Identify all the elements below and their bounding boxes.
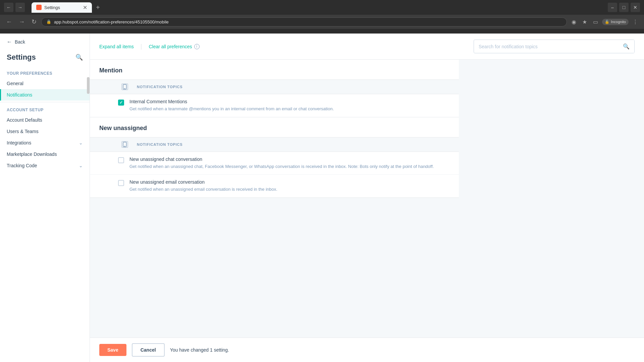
row-desc: Get notified when an unassigned chat, Fa…: [129, 163, 449, 170]
app-container: ← Back Settings 🔍 Your Preferences Gener…: [0, 34, 644, 362]
mobile-icon: [121, 83, 128, 90]
content-inner: Mention NOTIFICATION TOPICS: [90, 60, 459, 198]
chat-checkbox[interactable]: [118, 157, 124, 163]
col-mobile: [118, 141, 131, 148]
sidebar-item-general[interactable]: General: [0, 78, 90, 89]
col-mobile: [118, 83, 131, 90]
eye-off-icon[interactable]: ◉: [570, 17, 578, 26]
new-tab-btn[interactable]: +: [93, 2, 103, 13]
account-setup-section-label: Account Setup: [0, 104, 90, 114]
clear-prefs-button[interactable]: Clear all preferences i: [149, 44, 199, 49]
incognito-icon: 🔓: [605, 20, 609, 24]
notification-row: New unassigned chat conversation Get not…: [90, 152, 459, 175]
chevron-down-icon: ⌄: [79, 140, 83, 145]
star-icon[interactable]: ★: [580, 17, 589, 26]
back-button[interactable]: ← Back: [0, 34, 90, 50]
sidebar-header: Settings 🔍: [0, 50, 90, 67]
incognito-label: Incognito: [611, 20, 626, 24]
sidebar-item-label: Users & Teams: [7, 129, 39, 134]
back-label: Back: [15, 39, 25, 45]
sidebar-item-label: General: [7, 81, 23, 86]
sidebar-item-label: Notifications: [7, 92, 32, 98]
row-content: Internal Comment Mentions Get notified w…: [129, 99, 449, 112]
row-title: New unassigned email conversation: [129, 179, 449, 185]
sidebar-item-account-defaults[interactable]: Account Defaults: [0, 114, 90, 126]
info-icon[interactable]: i: [194, 44, 200, 49]
sidebar-item-users-teams[interactable]: Users & Teams: [0, 126, 90, 137]
refresh-btn[interactable]: ↻: [30, 17, 39, 27]
sidebar-item-tracking-code[interactable]: Tracking Code ⌄: [0, 160, 90, 171]
sidebar-item-label: Integrations: [7, 140, 31, 145]
sidebar-divider: [0, 102, 90, 102]
chevron-down-icon: ⌄: [79, 163, 83, 168]
expand-all-button[interactable]: Expand all items: [99, 44, 134, 49]
content-scroll: Mention NOTIFICATION TOPICS: [90, 60, 644, 338]
browser-controls: ← →: [4, 3, 25, 12]
browser-back-btn[interactable]: ←: [4, 3, 13, 12]
your-preferences-section-label: Your Preferences: [0, 67, 90, 78]
tab-close-btn[interactable]: ✕: [83, 4, 87, 11]
sidebar-item-label: Account Defaults: [7, 117, 42, 123]
mention-section: Mention NOTIFICATION TOPICS: [90, 60, 459, 117]
minimize-btn[interactable]: –: [608, 3, 617, 12]
row-content: New unassigned chat conversation Get not…: [129, 157, 449, 170]
url-text: app.hubspot.com/notification-preferences…: [54, 19, 169, 24]
address-bar[interactable]: 🔒 app.hubspot.com/notification-preferenc…: [41, 17, 567, 26]
top-bar-left: Expand all items | Clear all preferences…: [99, 43, 200, 50]
tab-title: Settings: [44, 5, 60, 10]
close-btn[interactable]: ✕: [631, 3, 640, 12]
save-button[interactable]: Save: [99, 344, 126, 356]
bottom-bar: Save Cancel You have changed 1 setting.: [90, 338, 644, 362]
nav-back-btn[interactable]: ←: [4, 17, 14, 27]
sidebar-search-icon[interactable]: 🔍: [75, 54, 83, 61]
sidebar: ← Back Settings 🔍 Your Preferences Gener…: [0, 34, 90, 362]
top-bar: Expand all items | Clear all preferences…: [90, 34, 644, 60]
row-desc: Get notified when an unassigned email co…: [129, 186, 449, 193]
sidebar-item-integrations[interactable]: Integrations ⌄: [0, 137, 90, 148]
notification-topics-header: NOTIFICATION TOPICS: [137, 85, 449, 89]
clear-prefs-label: Clear all preferences: [149, 44, 192, 49]
email-checkbox[interactable]: [118, 180, 124, 186]
notification-row: New unassigned email conversation Get no…: [90, 175, 459, 197]
row-title: New unassigned chat conversation: [129, 157, 449, 162]
search-input[interactable]: [474, 41, 618, 53]
row-title: Internal Comment Mentions: [129, 99, 449, 104]
browser-toolbar: ← → ↻ 🔒 app.hubspot.com/notification-pre…: [0, 15, 644, 29]
notification-row: Internal Comment Mentions Get notified w…: [90, 94, 459, 117]
scroll-indicator: [87, 77, 90, 94]
browser-titlebar: ← → Settings ✕ + – □ ✕: [0, 0, 644, 15]
new-unassigned-section: New unassigned NOTIFICATION TOPICS: [90, 117, 459, 198]
lock-icon: 🔒: [46, 19, 51, 24]
sidebar-item-label: Marketplace Downloads: [7, 152, 57, 157]
change-notice: You have changed 1 setting.: [170, 347, 229, 353]
active-tab[interactable]: Settings ✕: [32, 2, 92, 13]
split-screen-icon[interactable]: ▭: [591, 17, 600, 26]
sidebar-title: Settings: [7, 53, 36, 62]
search-submit-btn[interactable]: 🔍: [618, 40, 634, 53]
maximize-btn[interactable]: □: [619, 3, 629, 12]
incognito-badge: 🔓 Incognito: [602, 19, 629, 25]
browser-forward-btn[interactable]: →: [15, 3, 25, 12]
main-content: Expand all items | Clear all preferences…: [90, 34, 644, 362]
cancel-button[interactable]: Cancel: [132, 343, 165, 357]
search-box: 🔍: [474, 40, 635, 53]
tab-favicon: [36, 5, 42, 10]
row-content: New unassigned email conversation Get no…: [129, 179, 449, 193]
new-unassigned-section-title: New unassigned: [90, 117, 459, 137]
notification-topics-header-2: NOTIFICATION TOPICS: [137, 142, 449, 146]
back-arrow-icon: ←: [7, 39, 12, 45]
internal-comment-checkbox[interactable]: [118, 100, 124, 106]
row-desc: Get notified when a teammate @mentions y…: [129, 106, 449, 112]
sidebar-item-label: Tracking Code: [7, 163, 37, 168]
pipe-divider: |: [141, 43, 142, 50]
browser-chrome: ← → Settings ✕ + – □ ✕ ← → ↻ 🔒 app.hubsp…: [0, 0, 644, 34]
mobile-icon: [121, 141, 128, 148]
toolbar-actions: ◉ ★ ▭ 🔓 Incognito ⋮: [570, 17, 640, 26]
nav-forward-btn[interactable]: →: [17, 17, 27, 27]
tab-bar: Settings ✕ +: [28, 2, 107, 13]
sidebar-item-notifications[interactable]: Notifications: [0, 89, 90, 101]
menu-btn[interactable]: ⋮: [631, 17, 640, 26]
sidebar-item-marketplace-downloads[interactable]: Marketplace Downloads: [0, 148, 90, 160]
mention-section-title: Mention: [90, 60, 459, 79]
